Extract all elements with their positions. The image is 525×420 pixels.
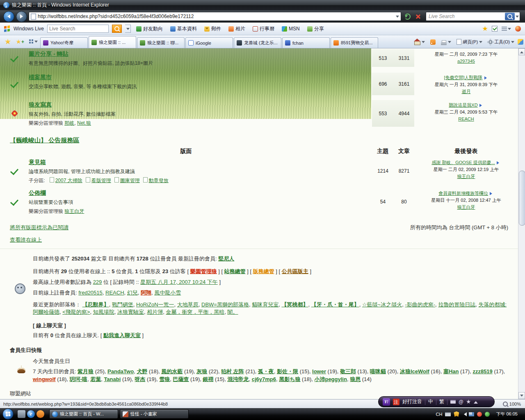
member-link[interactable]: 灰狼 — [196, 368, 207, 374]
group-link[interactable]: 公共區版主 — [282, 268, 308, 274]
blog-link[interactable]: DBW=黑獅的部落格 — [201, 301, 249, 308]
newest-member-link[interactable]: 堅尼人 — [218, 256, 234, 262]
antivirus-icon[interactable] — [485, 412, 490, 417]
quick-launch-media-icon[interactable] — [37, 410, 44, 418]
stop-button[interactable] — [413, 12, 422, 21]
member-link[interactable]: cj6y7mp6 — [252, 376, 276, 382]
forum-link[interactable]: 公佈欄 — [29, 189, 46, 196]
member-link[interactable]: 冰狼IceWolf — [400, 368, 429, 374]
member-link[interactable]: 敬三郎 — [340, 368, 356, 374]
start-button[interactable] — [2, 409, 14, 420]
latest-post-icon[interactable] — [479, 104, 484, 107]
member-link[interactable]: Tanabi — [104, 376, 121, 382]
taskbar-clock[interactable]: 下午 06:05 — [493, 411, 521, 417]
last-post-user-link[interactable]: 狼王白牙 — [457, 174, 475, 179]
member-link[interactable]: 雪狼 — [159, 376, 170, 382]
toolbar-link-share[interactable]: 分享 — [305, 25, 326, 32]
group-link[interactable]: 樂園管理狼 — [190, 268, 217, 274]
blog-link[interactable]: 戰鬥碉堡 — [112, 301, 133, 308]
member-link[interactable]: wingwolf — [33, 376, 56, 382]
yahoo-ime-bar[interactable]: 注 好打注音 中 繁 @ — [378, 396, 495, 407]
keyboard-layout-icon[interactable] — [445, 412, 451, 416]
browser-tab-yahoo[interactable]: Yahoo!奇摩 — [40, 37, 88, 48]
member-link[interactable]: 孤・夜 — [258, 368, 274, 374]
scroll-down-button[interactable] — [518, 392, 525, 399]
blog-link[interactable]: 【牙・爪・首・尾】 — [311, 301, 359, 308]
blog-link[interactable]: -影曲的虎窩- — [405, 301, 435, 308]
forum-link[interactable]: 檔案黑市 — [29, 74, 52, 80]
moderator-link[interactable]: 那岐 — [64, 120, 74, 126]
scrollbar-thumb[interactable] — [519, 171, 525, 226]
member-link[interactable]: 影佐・限 — [277, 368, 298, 374]
member-link[interactable]: 巴薩查 — [173, 376, 189, 382]
online-member-link[interactable]: fred20515 — [78, 290, 103, 296]
form-fill-icon[interactable] — [492, 26, 498, 32]
ime-mode-badge[interactable]: 注 — [393, 399, 399, 405]
member-link[interactable]: 黑影ち狼 — [279, 376, 300, 382]
live-search-box[interactable]: Live Search — [426, 12, 520, 21]
record-time-link[interactable]: 星期五 八月 17, 2007 10:24 下午 — [140, 279, 218, 285]
toolbar-extension-icon[interactable] — [518, 39, 523, 45]
member-link[interactable]: 紫月狼 — [78, 368, 94, 374]
browser-tab-8591[interactable]: 8591寶物交易... — [331, 37, 378, 48]
network-icon[interactable] — [469, 412, 474, 416]
refresh-button[interactable] — [403, 12, 412, 21]
vertical-scrollbar[interactable] — [518, 48, 525, 399]
blog-link[interactable]: ☆藍燄~冰之燄火 — [362, 301, 402, 308]
blog-link[interactable]: 大地草原 — [177, 301, 199, 308]
toolbar-menu-button[interactable] — [502, 26, 511, 32]
blog-link[interactable]: 【冥桃都】 — [281, 301, 308, 308]
toolbar-link-photos[interactable]: 相片 — [226, 25, 247, 32]
highlight-icon[interactable] — [482, 26, 488, 32]
blog-link[interactable]: 知風場院 — [93, 309, 114, 315]
blog-link[interactable]: 金屬，衝突，平衡，黑暗 — [166, 309, 224, 315]
member-link[interactable]: 小沛peggylin — [314, 376, 347, 382]
mark-all-read-link[interactable]: 將所有版面標示為已閱讀 — [10, 224, 68, 231]
search-dropdown-icon[interactable] — [516, 16, 519, 19]
member-link[interactable]: PandaTwo — [107, 368, 134, 374]
moderator-link[interactable]: 狼王白牙 — [64, 208, 84, 214]
subforum-link[interactable]: 圖庫管理 — [120, 178, 140, 183]
blog-link[interactable]: 【忍獸界】 — [82, 301, 109, 308]
live-toolbar-search-dropdown[interactable] — [125, 25, 131, 33]
last-post-user-link[interactable]: a297345 — [457, 59, 475, 64]
member-link[interactable]: 若葉 — [90, 376, 101, 382]
member-link[interactable]: 塞Han — [443, 368, 459, 374]
member-link[interactable]: 玥珂-喵 — [70, 376, 87, 382]
blog-link[interactable]: <飛龍的窩> — [62, 309, 90, 315]
search-placeholder[interactable]: Live Search — [429, 14, 505, 19]
ime-keyboard-icon[interactable] — [450, 400, 456, 404]
address-dropdown-icon[interactable] — [396, 16, 399, 19]
member-link[interactable]: 喵咪貓 — [370, 368, 386, 374]
member-link[interactable]: 呀杰 — [135, 376, 145, 382]
add-favorite-button[interactable]: + — [14, 37, 26, 47]
last-post-user-link[interactable]: 逝月 — [462, 89, 471, 94]
last-post-subject-link[interactable]: [免費空間]人獸戰隊 — [444, 75, 482, 80]
subforum-link[interactable]: 2007 大掃除 — [55, 178, 82, 183]
blog-link[interactable]: 闇。 — [228, 309, 238, 315]
ime-language-toggle[interactable]: 中 — [428, 398, 433, 405]
blog-link[interactable]: 拉魯的冒險日誌 — [438, 301, 475, 308]
member-link[interactable]: zzz8519 — [472, 368, 492, 374]
last-post-user-link[interactable]: REACH — [458, 116, 474, 121]
toolbar-link-mail[interactable]: 郵件 — [202, 25, 223, 32]
zoom-control[interactable]: 100% — [503, 402, 522, 406]
favorites-button[interactable] — [2, 37, 14, 47]
browser-tab-fchan[interactable]: fchan — [282, 37, 330, 48]
messenger-status-icon[interactable] — [515, 26, 521, 32]
whos-online-link[interactable]: 查看誰在線上 — [10, 237, 42, 243]
online-member-link[interactable]: REACH — [105, 290, 124, 296]
browser-tab-wolfbbs-active[interactable]: 狼之樂園 :: ... — [89, 36, 136, 48]
browser-tab-wolfbbs-2[interactable]: 狼之樂園 :: 聯... — [137, 37, 185, 48]
blog-link[interactable]: 冰狼實驗室 — [117, 309, 144, 315]
ime-collapse-icon[interactable] — [474, 399, 478, 404]
toolbar-link-profile[interactable]: 基本資料 — [168, 25, 199, 32]
subforum-link[interactable]: 看版管理 — [91, 178, 111, 183]
quick-launch-ie-icon[interactable] — [27, 410, 35, 418]
browser-tab-igoogle[interactable]: iGoogle — [185, 37, 233, 48]
feeds-button[interactable] — [428, 37, 438, 47]
group-link[interactable]: 站務總管 — [224, 268, 246, 274]
browser-tab-dragoncity[interactable]: 龙兽城 (龙之乐... — [234, 37, 281, 48]
home-button[interactable] — [412, 37, 427, 47]
record-count-link[interactable]: 229 — [93, 279, 102, 285]
